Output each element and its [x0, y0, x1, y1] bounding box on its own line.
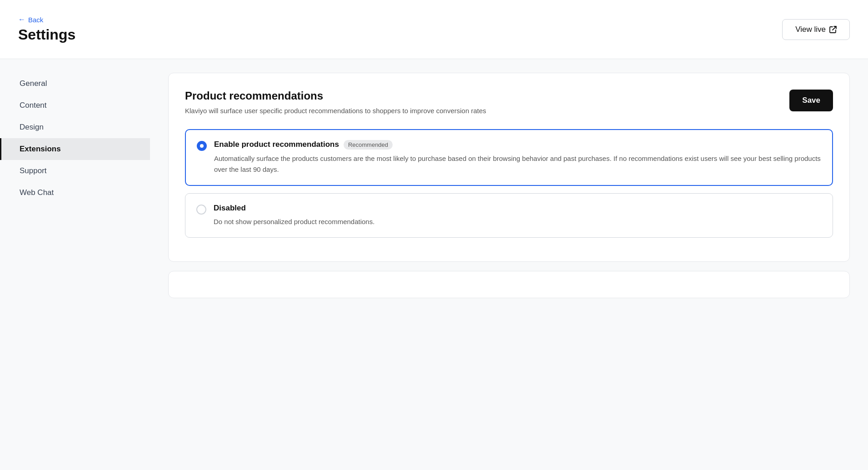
header: ← Back Settings View live: [0, 0, 868, 59]
main-content: Product recommendations Klaviyo will sur…: [150, 59, 868, 470]
recommended-badge: Recommended: [344, 140, 393, 150]
back-label: Back: [28, 16, 43, 24]
option-disabled-title: Disabled: [214, 204, 246, 213]
sidebar-item-content[interactable]: Content: [0, 95, 150, 116]
option-disabled-desc: Do not show personalized product recomme…: [214, 216, 822, 227]
card-title-section: Product recommendations Klaviyo will sur…: [185, 90, 780, 116]
save-button[interactable]: Save: [789, 90, 833, 111]
radio-enable: [197, 141, 207, 151]
option-enable-desc: Automatically surface the products custo…: [214, 153, 821, 175]
product-recommendations-card: Product recommendations Klaviyo will sur…: [168, 73, 850, 262]
layout: General Content Design Extensions Suppor…: [0, 59, 868, 470]
option-enable[interactable]: Enable product recommendations Recommend…: [185, 129, 833, 186]
option-enable-content: Enable product recommendations Recommend…: [214, 140, 821, 175]
card-header: Product recommendations Klaviyo will sur…: [185, 90, 833, 116]
option-disabled[interactable]: Disabled Do not show personalized produc…: [185, 193, 833, 238]
view-live-label: View live: [795, 25, 826, 34]
radio-inner-enable: [200, 144, 204, 148]
sidebar-item-webchat[interactable]: Web Chat: [0, 182, 150, 204]
external-link-icon: [829, 26, 837, 33]
sidebar-item-design[interactable]: Design: [0, 116, 150, 138]
option-disabled-title-row: Disabled: [214, 204, 822, 213]
view-live-button[interactable]: View live: [782, 19, 850, 40]
radio-disabled: [196, 205, 206, 215]
sidebar: General Content Design Extensions Suppor…: [0, 59, 150, 470]
card-title: Product recommendations: [185, 90, 780, 102]
sidebar-item-general[interactable]: General: [0, 73, 150, 95]
partial-card: [168, 271, 850, 298]
back-link[interactable]: ← Back: [18, 15, 75, 24]
page-title: Settings: [18, 26, 75, 43]
sidebar-item-extensions[interactable]: Extensions: [0, 138, 150, 160]
option-enable-title: Enable product recommendations: [214, 140, 339, 149]
header-left: ← Back Settings: [18, 15, 75, 43]
option-disabled-content: Disabled Do not show personalized produc…: [214, 204, 822, 227]
sidebar-item-support[interactable]: Support: [0, 160, 150, 182]
card-subtitle: Klaviyo will surface user specific produ…: [185, 106, 494, 116]
option-enable-title-row: Enable product recommendations Recommend…: [214, 140, 821, 150]
back-arrow-icon: ←: [18, 15, 25, 24]
